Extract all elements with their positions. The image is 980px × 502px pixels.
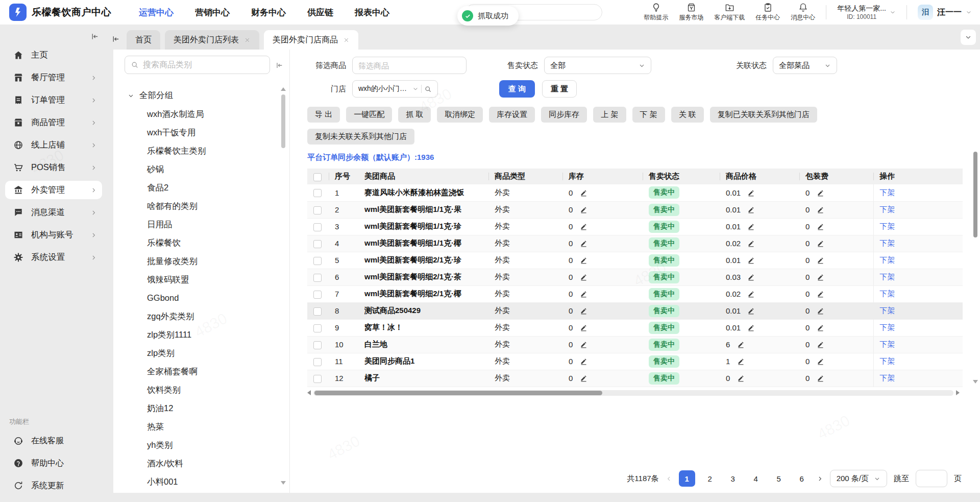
edit-stock-icon[interactable] [580,189,587,197]
edit-price-icon[interactable] [747,290,755,298]
edit-stock-icon[interactable] [580,357,587,365]
bulk-action-button[interactable]: 关 联 [671,107,704,123]
sidebar-item-org-accounts[interactable]: 机构与账号 [5,226,102,244]
offline-action-link[interactable]: 下架 [880,356,895,365]
scrollbar-thumb[interactable] [314,391,602,395]
row-checkbox[interactable] [313,307,322,316]
org-switcher[interactable]: 年轻人第一家... ID: 100011 [837,4,896,20]
edit-price-icon[interactable] [747,206,755,213]
sidebar-item-orders[interactable]: 订单管理 [5,91,102,109]
offline-action-link[interactable]: 下架 [880,222,895,230]
edit-pack-fee-icon[interactable] [817,223,824,230]
edit-pack-fee-icon[interactable] [817,374,824,382]
edit-price-icon[interactable] [747,307,755,315]
horizontal-scrollbar[interactable] [307,390,960,396]
quick-task-center[interactable]: 任务中心 [755,3,780,22]
filter-product-input[interactable] [352,57,467,74]
scroll-right-icon[interactable] [956,390,960,395]
jump-page-input[interactable] [916,470,947,487]
sidebar-item-message-channel[interactable]: 消息渠道 [5,203,102,222]
edit-pack-fee-icon[interactable] [817,256,824,264]
bulk-action-button[interactable]: 库存设置 [489,107,535,123]
edit-stock-icon[interactable] [580,240,587,247]
row-checkbox[interactable] [313,291,322,299]
sidebar-item-online-store[interactable]: 线上店铺 [5,136,102,154]
collapse-tabs-icon[interactable] [111,34,120,43]
page-size-select[interactable]: 200 条/页 [830,470,887,487]
page-button[interactable]: 4 [748,470,764,487]
edit-price-icon[interactable] [747,273,755,281]
edit-price-icon[interactable] [747,256,755,264]
tab-home[interactable]: 首页 [127,30,160,50]
bulk-action-button[interactable]: 一键匹配 [346,107,392,123]
edit-price-icon[interactable] [737,357,745,365]
category-scrollbar[interactable] [281,87,286,485]
scroll-down-icon[interactable] [281,481,286,485]
edit-price-icon[interactable] [747,223,755,230]
vertical-scrollbar[interactable] [973,151,978,376]
category-item[interactable]: 乐檬餐饮 [125,233,283,252]
category-search-input[interactable] [143,60,264,69]
quick-service-market[interactable]: 服务市场 [679,3,703,22]
nav-finance-center[interactable]: 财务中心 [251,7,286,18]
category-item[interactable]: 啥都有的类别 [125,197,283,215]
page-button[interactable]: 2 [702,470,718,487]
reset-button[interactable]: 重 置 [542,80,577,98]
category-item[interactable]: 砂锅 [125,160,283,178]
category-item[interactable]: 奶油12 [125,399,283,417]
category-item[interactable]: 饮料类别 [125,380,283,399]
nav-supply-chain[interactable]: 供应链 [307,7,333,18]
scrollbar-thumb[interactable] [281,94,285,148]
offline-action-link[interactable]: 下架 [880,205,895,213]
edit-stock-icon[interactable] [580,256,587,264]
scroll-down-icon[interactable] [973,380,978,384]
nav-operation-center[interactable]: 运营中心 [139,7,174,18]
row-checkbox[interactable] [313,189,322,197]
edit-pack-fee-icon[interactable] [817,206,824,213]
collapse-category-panel-icon[interactable] [275,60,283,69]
sidebar-item-system-update[interactable]: 系统更新 [5,476,102,495]
sidebar-item-online-support[interactable]: 在线客服 [5,432,102,450]
row-checkbox[interactable] [313,274,322,282]
edit-stock-icon[interactable] [580,273,587,281]
quick-help-tips[interactable]: 帮助提示 [644,3,668,22]
page-button[interactable]: 5 [771,470,787,487]
edit-price-icon[interactable] [737,341,745,348]
category-item[interactable]: 批量修改类别 [125,252,283,270]
row-checkbox[interactable] [313,358,322,366]
nav-report-center[interactable]: 报表中心 [355,7,389,18]
quick-message-center[interactable]: 消息中心 [791,3,815,22]
edit-pack-fee-icon[interactable] [817,324,824,331]
category-item[interactable]: GGbond [125,289,283,307]
edit-stock-icon[interactable] [580,341,587,348]
bulk-action-button[interactable]: 同步库存 [541,107,587,123]
edit-pack-fee-icon[interactable] [817,357,824,365]
row-checkbox[interactable] [313,375,322,383]
edit-stock-icon[interactable] [580,374,587,382]
category-root[interactable]: 全部分组 [125,86,283,105]
edit-stock-icon[interactable] [580,223,587,230]
sale-status-select[interactable]: 全部 [544,57,651,74]
sidebar-item-help-center[interactable]: 帮助中心 [5,454,102,472]
bulk-action-button[interactable]: 下 架 [632,107,665,123]
bulk-action-button[interactable]: 上 架 [593,107,626,123]
category-item[interactable]: wxh干饭专用 [125,123,283,141]
row-checkbox[interactable] [313,223,322,231]
offline-action-link[interactable]: 下架 [880,340,895,348]
page-button[interactable]: 1 [679,470,695,487]
row-checkbox[interactable] [313,341,322,349]
row-checkbox[interactable] [313,257,322,265]
edit-pack-fee-icon[interactable] [817,341,824,348]
offline-action-link[interactable]: 下架 [880,238,895,247]
select-all-checkbox[interactable] [313,173,322,181]
bulk-action-button[interactable]: 导 出 [307,107,340,123]
category-item[interactable]: 全家桶套餐啊 [125,362,283,380]
edit-pack-fee-icon[interactable] [817,290,824,298]
nav-marketing-center[interactable]: 营销中心 [195,7,230,18]
edit-stock-icon[interactable] [580,290,587,298]
scrollbar-thumb[interactable] [973,152,977,237]
user-menu[interactable]: 汨 汪一一 [918,5,972,20]
edit-stock-icon[interactable] [580,324,587,331]
tab-list-dropdown[interactable] [961,30,976,45]
relation-status-select[interactable]: 全部菜品 [773,57,837,74]
